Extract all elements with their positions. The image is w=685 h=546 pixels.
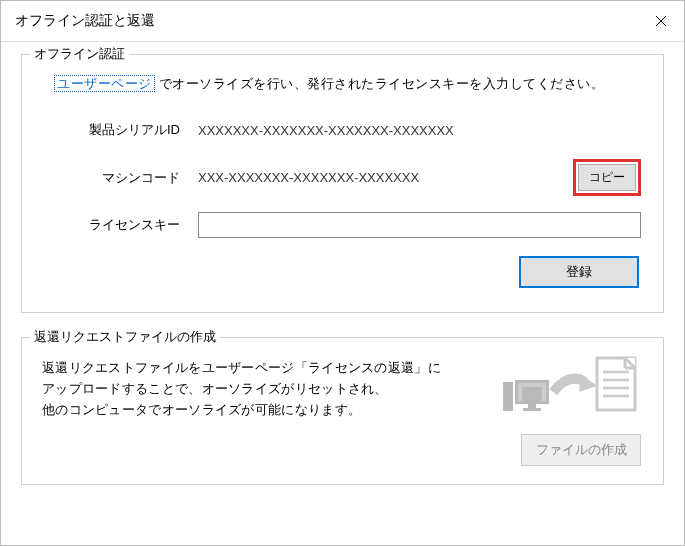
dialog-window: オフライン認証と返還 オフライン認証 ユーザーページ でオーソライズを行い、発行… (0, 0, 685, 546)
machine-row: マシンコード XXX-XXXXXXX-XXXXXXX-XXXXXXX コピー (44, 159, 641, 196)
close-icon (655, 15, 667, 27)
svg-rect-6 (528, 404, 536, 408)
license-label: ライセンスキー (44, 216, 198, 234)
file-transfer-icon (501, 352, 641, 422)
return-line3: 他のコンピュータでオーソライズが可能になります。 (42, 402, 361, 417)
register-button[interactable]: 登録 (519, 256, 639, 288)
content-area: オフライン認証 ユーザーページ でオーソライズを行い、発行されたライセンスキーを… (1, 42, 684, 545)
machine-label: マシンコード (44, 169, 198, 187)
svg-rect-10 (597, 358, 635, 410)
window-title: オフライン認証と返還 (15, 12, 155, 30)
userpage-link[interactable]: ユーザーページ (54, 75, 155, 92)
return-line2: アップロードすることで、オーソライズがリセットされ、 (42, 381, 388, 396)
license-value-container (198, 210, 641, 240)
return-content: 返還リクエストファイルをユーザーページ「ライセンスの返還」に アップロードするこ… (42, 358, 641, 422)
machine-value-container: XXX-XXXXXXX-XXXXXXX-XXXXXXX コピー (198, 159, 641, 196)
license-key-input[interactable] (198, 212, 641, 238)
serial-row: 製品シリアルID XXXXXXX-XXXXXXX-XXXXXXX-XXXXXXX (44, 115, 641, 145)
register-row: 登録 (44, 256, 641, 288)
instruction-text: ユーザーページ でオーソライズを行い、発行されたライセンスキーを入力してください… (54, 75, 641, 93)
svg-rect-7 (523, 408, 541, 411)
svg-marker-9 (579, 374, 597, 392)
create-file-row: ファイルの作成 (42, 434, 641, 466)
return-text: 返還リクエストファイルをユーザーページ「ライセンスの返還」に アップロードするこ… (42, 358, 501, 420)
close-button[interactable] (638, 1, 684, 41)
titlebar: オフライン認証と返還 (1, 1, 684, 42)
return-request-title: 返還リクエストファイルの作成 (30, 328, 220, 346)
copy-button[interactable]: コピー (578, 164, 636, 191)
serial-label: 製品シリアルID (44, 121, 198, 139)
serial-value-container: XXXXXXX-XXXXXXX-XXXXXXX-XXXXXXX (198, 115, 641, 145)
instruction-rest: でオーソライズを行い、発行されたライセンスキーを入力してください。 (155, 76, 605, 91)
copy-highlight-box: コピー (573, 159, 641, 196)
svg-rect-8 (503, 382, 513, 411)
machine-code-value: XXX-XXXXXXX-XXXXXXX-XXXXXXX (198, 170, 419, 185)
return-request-group: 返還リクエストファイルの作成 返還リクエストファイルをユーザーページ「ライセンス… (21, 337, 664, 485)
return-line1: 返還リクエストファイルをユーザーページ「ライセンスの返還」に (42, 360, 441, 375)
offline-auth-group: オフライン認証 ユーザーページ でオーソライズを行い、発行されたライセンスキーを… (21, 54, 664, 313)
license-row: ライセンスキー (44, 210, 641, 240)
serial-value: XXXXXXX-XXXXXXX-XXXXXXX-XXXXXXX (198, 123, 454, 138)
return-graphic (501, 352, 641, 422)
create-file-button: ファイルの作成 (521, 434, 641, 466)
offline-auth-title: オフライン認証 (30, 45, 129, 63)
